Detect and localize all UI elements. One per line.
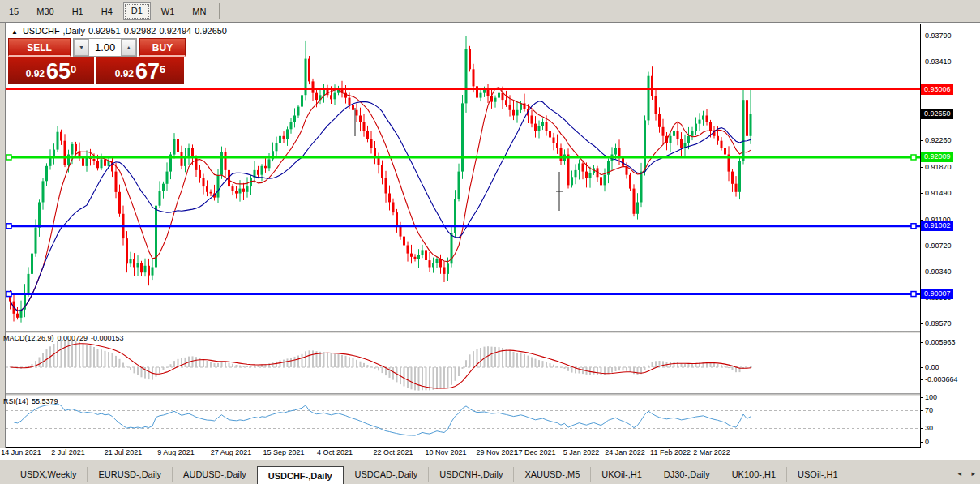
bid-price-marker: 0.92650 <box>921 109 953 119</box>
line-handle[interactable] <box>911 224 916 229</box>
sell-price-sup: 0 <box>71 58 76 82</box>
rsi-value: 55.5379 <box>32 397 58 405</box>
rsi-label: RSI(14)55.5379 <box>3 397 62 405</box>
rsi-name: RSI(14) <box>3 397 28 405</box>
timeframe-button-15[interactable]: 15 <box>2 3 26 19</box>
ohlc-close: 0.92650 <box>195 26 227 36</box>
price-marker-0.92009[interactable]: 0.92009 <box>921 152 953 162</box>
price-tick-0.90720: 0.90720 <box>925 242 952 250</box>
date-label: 21 Jul 2021 <box>105 448 143 456</box>
date-label: 2 Mar 2022 <box>693 448 730 456</box>
date-label: 5 Jan 2022 <box>563 448 600 456</box>
timeframe-button-M30[interactable]: M30 <box>29 3 61 19</box>
line-handle[interactable] <box>6 224 11 229</box>
price-tick-0.91870: 0.91870 <box>925 163 952 171</box>
sell-button[interactable]: SELL <box>8 38 71 57</box>
timeframe-toolbar: 15M30H1H4D1W1MN <box>0 0 980 23</box>
buy-button[interactable]: BUY <box>139 38 186 57</box>
volume-value[interactable]: 1.00 <box>89 39 121 56</box>
chart-symbol: USDCHF-,Daily <box>23 26 85 36</box>
chart-tab-eurusd-daily[interactable]: EURUSD-,Daily <box>87 467 172 482</box>
sell-price-big: 65 <box>46 61 71 82</box>
price-tick-0.93410: 0.93410 <box>925 58 952 66</box>
window-top-border <box>0 22 980 23</box>
tab-scroll-arrows: ◂ ▸ <box>949 469 975 478</box>
line-handle[interactable] <box>911 292 916 297</box>
window-left-border <box>0 23 6 459</box>
ohlc-low: 0.92494 <box>159 26 191 36</box>
date-label: 24 Jan 2022 <box>605 448 645 456</box>
one-click-trade-panel: SELL ▼ 1.00 ▲ BUY 0.92650 0.92676 <box>8 38 186 85</box>
macd-label: MACD(12,26,9)0.000729-0.000153 <box>3 334 127 342</box>
date-label: 9 Aug 2021 <box>157 448 195 456</box>
chart-tab-uk100-h1[interactable]: UK100-,H1 <box>721 467 786 482</box>
macd-value-main: 0.000729 <box>58 334 88 342</box>
macd-pane[interactable] <box>6 333 920 394</box>
date-label: 4 Oct 2021 <box>317 448 353 456</box>
buy-price-display[interactable]: 0.92676 <box>96 57 184 84</box>
line-handle[interactable] <box>911 155 916 160</box>
ohlc-high: 0.92982 <box>124 26 156 36</box>
rsi-scale-100: 100 <box>925 393 937 401</box>
timeframe-button-D1[interactable]: D1 <box>123 2 151 20</box>
line-handle[interactable] <box>6 292 11 297</box>
chart-tab-usoil-h1[interactable]: USOil-,H1 <box>786 467 849 482</box>
rsi-scale-70: 70 <box>925 406 933 414</box>
chart-tab-usdcad-daily[interactable]: USDCAD-,Daily <box>344 467 429 482</box>
date-label: 27 Aug 2021 <box>211 448 252 456</box>
rsi-pane[interactable] <box>6 396 920 447</box>
date-label: 14 Jun 2021 <box>1 448 41 456</box>
buy-price-base: 0.92 <box>115 66 134 82</box>
chart-tab-usdx-weekly[interactable]: USDX,Weekly <box>10 467 87 482</box>
buy-price-sup: 6 <box>160 58 165 82</box>
macd-value-signal: -0.000153 <box>91 334 124 342</box>
toolbar-separator <box>219 3 220 19</box>
macd-scale-zero: 0.00 <box>925 363 939 371</box>
price-tick-0.92260: 0.92260 <box>925 136 952 144</box>
rsi-scale-30: 30 <box>925 424 933 432</box>
chart-title: ▲USDCHF-,Daily0.929510.929820.924940.926… <box>11 26 230 36</box>
date-label: 22 Oct 2021 <box>373 448 413 456</box>
line-handle[interactable] <box>6 155 11 160</box>
date-label: 10 Nov 2021 <box>425 448 466 456</box>
tab-scroll-left-icon[interactable]: ◂ <box>957 469 961 478</box>
chart-tab-audusd-daily[interactable]: AUDUSD-,Daily <box>172 467 257 482</box>
volume-spinner: ▼ 1.00 ▲ <box>73 38 137 57</box>
volume-decrease-button[interactable]: ▼ <box>74 39 89 56</box>
date-label: 29 Nov 2021 <box>476 448 517 456</box>
macd-scale-min: -0.003664 <box>925 375 958 383</box>
price-marker-0.90007[interactable]: 0.90007 <box>921 289 953 299</box>
volume-increase-button[interactable]: ▲ <box>121 39 136 56</box>
sell-price-display[interactable]: 0.92650 <box>8 57 94 84</box>
macd-scale-max: 0.005963 <box>925 338 956 346</box>
chart-tab-usdchf-daily[interactable]: USDCHF-,Daily <box>257 466 344 484</box>
price-marker-0.93006[interactable]: 0.93006 <box>921 84 953 95</box>
chart-tab-ukoil-h1[interactable]: UKOil-,H1 <box>590 467 653 482</box>
rsi-line <box>14 404 751 435</box>
date-label: 11 Feb 2022 <box>650 448 691 456</box>
trading-app: 15M30H1H4D1W1MN ▲USDCHF-,Daily0.929510.9… <box>0 0 980 484</box>
rsi-scale-0: 0 <box>925 438 929 446</box>
chart-tab-dj30-daily[interactable]: DJ30-,Daily <box>653 467 721 482</box>
chart-tab-bar: USDX,WeeklyEURUSD-,DailyAUDUSD-,DailyUSD… <box>0 459 980 484</box>
chart-tab-xauusd-m5[interactable]: XAUUSD-,M5 <box>513 467 590 482</box>
moving-average-fast <box>11 88 751 311</box>
collapse-panel-icon[interactable]: ▲ <box>11 28 18 36</box>
date-label: 17 Dec 2021 <box>514 448 555 456</box>
price-tick-0.93790: 0.93790 <box>925 32 952 40</box>
timeframe-button-MN[interactable]: MN <box>185 3 213 19</box>
time-axis: 14 Jun 20212 Jul 202121 Jul 20219 Aug 20… <box>0 448 980 459</box>
price-tick-0.90340: 0.90340 <box>925 268 952 276</box>
price-marker-0.91002[interactable]: 0.91002 <box>921 221 953 231</box>
sell-price-base: 0.92 <box>26 66 45 82</box>
buy-price-big: 67 <box>135 61 160 82</box>
timeframe-button-H1[interactable]: H1 <box>65 3 91 19</box>
tab-scroll-right-icon[interactable]: ▸ <box>971 469 975 478</box>
timeframe-button-W1[interactable]: W1 <box>154 3 182 19</box>
price-axis: 0.937900.934100.922600.918700.914900.911… <box>921 24 980 448</box>
date-label: 2 Jul 2021 <box>51 448 85 456</box>
timeframe-button-H4[interactable]: H4 <box>94 3 120 19</box>
chart-tab-usdcnh-daily[interactable]: USDCNH-,Daily <box>428 467 513 482</box>
ohlc-open: 0.92951 <box>88 26 121 36</box>
macd-name: MACD(12,26,9) <box>3 334 54 342</box>
